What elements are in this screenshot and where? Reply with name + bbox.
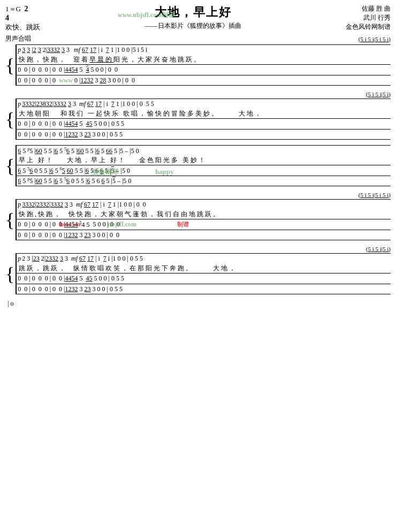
right-annotation-5: (5 i 5 i|5 i) bbox=[366, 246, 391, 252]
staff-group-2: p 3332|23832|3332 3 3 mf 67 17 | i 7 1 |… bbox=[16, 98, 391, 140]
section-2-header: (5 i 5 i|5 i) bbox=[5, 91, 391, 97]
brace-1: { bbox=[5, 44, 14, 86]
lyrics-row-4: 快跑,快跑， 快快跑，大家朝气蓬勃，我们自由地跳跃。 bbox=[17, 210, 391, 219]
voice-row-1: p 3 3 |2 3 2|3332 3 3 mf 67 17 | i 7 1 |… bbox=[17, 44, 391, 55]
lyrics-row-1: 快跑，快跑， 迎着早晨的阳光，大家兴奋地跳跃。 bbox=[17, 55, 391, 64]
section-5-header: (5 i 5 i|5 i) bbox=[5, 246, 391, 252]
acc-row-2a: 0 0 | 0 0 0 | 0 0 |4454 5 45 5 0 0 | 0 5… bbox=[17, 118, 391, 129]
composer-block: 佐藤 胜 曲 武川 行秀 金色风铃网制谱 bbox=[346, 4, 391, 32]
notes-v4-2: 67 17 | i 7 1 |1 0 0 | 0 0 bbox=[82, 201, 146, 209]
voice-row-5: p 2 3 |23 2|2332 3 3 mf 67 17 | i 7 i |1… bbox=[17, 253, 391, 264]
vocal-type: 男声合唱 bbox=[5, 34, 31, 43]
p-dynamic-4: p bbox=[18, 201, 21, 209]
composer: 佐藤 胜 曲 bbox=[346, 4, 391, 13]
song-subtitle: ——日本影片《狐狸的故事》插曲 bbox=[40, 21, 346, 31]
acc-row-5a: 0 0 | 0 0 0 | 0 0 |4454 5 45 5 0 0 | 0 5… bbox=[17, 273, 391, 284]
brace-3: { bbox=[5, 145, 14, 186]
key-signature: 1＝G 24 bbox=[5, 4, 40, 22]
notes-v1-1: 3 3 |2 3 2|3332 3 3 bbox=[22, 46, 70, 54]
chorus-row-a: 6 5 p5 |60 5 5 |6 5 56 5 |60 5 5 |6 5 66… bbox=[17, 145, 391, 156]
key-tempo: 1＝G 24 欢快、跳跃 bbox=[5, 4, 40, 32]
watermark-red-2: 制谱 bbox=[177, 221, 189, 229]
header: 1＝G 24 欢快、跳跃 大地，早上好 ——日本影片《狐狸的故事》插曲 佐藤 胜… bbox=[5, 4, 391, 32]
brace-2: { bbox=[5, 98, 14, 140]
acc-row-1b: 0 0 | 0 0 0 | 0 www 0 |1232 3 28 3 0 0 |… bbox=[17, 75, 391, 86]
section-4-header: (5 i 5 i|5 i 5 i) bbox=[5, 192, 391, 198]
mf-dynamic-2: mf bbox=[79, 100, 86, 108]
section-3: { 6 5 p5 |60 5 5 |6 5 56 5 |60 5 5 |6 5 … bbox=[5, 145, 391, 186]
chorus-row-b: 6 5 56 0 5 5 |6 5 65 60 5 5 |6 5 6 6 5 |… bbox=[17, 165, 391, 176]
mf-dynamic-4: mf bbox=[76, 201, 82, 209]
notes-v2-2: 67 17 | i 7 1 |1 0 0 | 0 5 5 bbox=[86, 100, 154, 108]
p-dynamic-2: p bbox=[18, 100, 21, 108]
acc-row-5b: 0 0 | 0 0 0 | 0 0 |1232 3 23 3 0 0 | 0 5… bbox=[17, 284, 391, 294]
section-1-header: 男声合唱 (5 i 5 i|5 i 5 i) bbox=[5, 34, 391, 43]
staff-group-5: p 2 3 |23 2|2332 3 3 mf 67 17 | i 7 i |1… bbox=[16, 253, 391, 294]
right-annotation-1: (5 i 5 i|5 i 5 i) bbox=[359, 36, 391, 42]
lyrics-row-2: 大地朝阳 和我们 一起快乐 歌唱，愉快的冒险多美妙。 大地， bbox=[17, 109, 391, 118]
acc-row-4b: 0 0 | 0 0 0 | 0 0 |1232 3 23 3 0 0 | 0 0 bbox=[17, 230, 391, 240]
section-2: (5 i 5 i|5 i) { p 3332|23832|3332 3 3 mf… bbox=[5, 91, 391, 140]
title-block: 大地，早上好 ——日本影片《狐狸的故事》插曲 bbox=[40, 4, 346, 31]
staff-group-4: p 3332|2332|3332 3 3 mf 67 17 | i 7 1 |1… bbox=[16, 199, 391, 240]
chorus-notes-a1: 6 5 p5 |60 5 5 |6 5 56 5 |60 5 5 |6 5 66… bbox=[18, 147, 139, 155]
notes-v4: 3332|2332|3332 3 3 bbox=[22, 201, 73, 209]
brace-4: { bbox=[5, 199, 14, 240]
watermark-green-4: nbjsfl.com bbox=[108, 221, 136, 229]
staff-group-1: p 3 3 |2 3 2|3332 3 3 mf 67 17 | i 7 1 |… bbox=[16, 44, 391, 86]
bottom-mark: | o bbox=[5, 300, 391, 308]
section-1: 男声合唱 (5 i 5 i|5 i 5 i) { p 3 3 |2 3 2|33… bbox=[5, 34, 391, 86]
staff-system-4: { p 3332|2332|3332 3 3 mf 67 17 | i 7 1 … bbox=[5, 199, 391, 240]
staff-system-1: { p 3 3 |2 3 2|3332 3 3 mf 67 17 | i 7 1… bbox=[5, 44, 391, 86]
voice-row-4: p 3332|2332|3332 3 3 mf 67 17 | i 7 1 |1… bbox=[17, 199, 391, 210]
right-annotation-2: (5 i 5 i|5 i) bbox=[366, 91, 391, 97]
page: 1＝G 24 欢快、跳跃 大地，早上好 ——日本影片《狐狸的故事》插曲 佐藤 胜… bbox=[0, 0, 396, 312]
chorus-lyrics-a: 早上 好！ 大地，早上 好！ 金色阳光多 美妙！ bbox=[17, 156, 391, 165]
notes-v5-2: 67 17 | i 7 i |1 0 0 | 0 5 5 bbox=[78, 255, 143, 263]
watermark-green-3: happy bbox=[155, 168, 174, 176]
tempo: 欢快、跳跃 bbox=[5, 22, 40, 32]
chorus-notes-c: 6 5 p5 |60 5 5 |6 5 56 0 5 5 |6 5 6 6 5 … bbox=[18, 177, 131, 185]
p-dynamic-5: p bbox=[18, 255, 21, 263]
chorus-row-c: 6 5 p5 |60 5 5 |6 5 56 0 5 5 |6 5 6 6 5 … bbox=[17, 176, 391, 186]
notes-v2: 3332|23832|3332 3 3 bbox=[22, 100, 76, 108]
p-dynamic-1: p bbox=[18, 46, 21, 54]
watermark-green-2: 虫虫钢琴 bbox=[91, 168, 119, 176]
acc-row-1a: 0 0 | 0 0 0 | 0 0 |4454 5 45 5 0 0 | 0 0… bbox=[17, 64, 391, 75]
mf-dynamic-5: mf bbox=[71, 255, 78, 263]
lyrics-row-5: 跳跃，跳跃， 纵情歌唱欢笑，在那阳光下奔跑。 大地， bbox=[17, 264, 391, 273]
staff-system-3: { 6 5 p5 |60 5 5 |6 5 56 5 |60 5 5 |6 5 … bbox=[5, 145, 391, 186]
right-annotation-4: (5 i 5 i|5 i 5 i) bbox=[359, 192, 391, 198]
transcriber: 金色风铃网制谱 bbox=[346, 22, 391, 32]
mf-dynamic-1: mf bbox=[74, 46, 80, 54]
song-title: 大地，早上好 bbox=[40, 4, 346, 20]
section-4: (5 i 5 i|5 i 5 i) { p 3332|2332|3332 3 3… bbox=[5, 192, 391, 240]
section-5: (5 i 5 i|5 i) { p 2 3 |23 2|2332 3 3 mf … bbox=[5, 246, 391, 294]
acc-row-4a: 0 0 | 0 0 0 | 0 0 |4454 54 5 5 0 0 | 0 0… bbox=[17, 219, 391, 230]
watermark-red-1: how wo bbox=[59, 221, 80, 229]
arranger: 武川 行秀 bbox=[346, 13, 391, 22]
acc-row-2b: 0 0 | 0 0 0 | 0 0 |1232 3 23 3 0 0 | 0 5… bbox=[17, 129, 391, 140]
staff-system-5: { p 2 3 |23 2|2332 3 3 mf 67 17 | i 7 i … bbox=[5, 253, 391, 294]
voice-row-2: p 3332|23832|3332 3 3 mf 67 17 | i 7 1 |… bbox=[17, 98, 391, 109]
staff-system-2: { p 3332|23832|3332 3 3 mf 67 17 | i 7 1… bbox=[5, 98, 391, 140]
notes-v5: 2 3 |23 2|2332 3 3 bbox=[22, 255, 68, 263]
notes-v1-2: 67 17 | i 7 1 |1 0 0 |5 i 5 i bbox=[80, 46, 147, 54]
brace-5: { bbox=[5, 253, 14, 294]
staff-group-3: 6 5 p5 |60 5 5 |6 5 56 5 |60 5 5 |6 5 66… bbox=[16, 145, 391, 186]
